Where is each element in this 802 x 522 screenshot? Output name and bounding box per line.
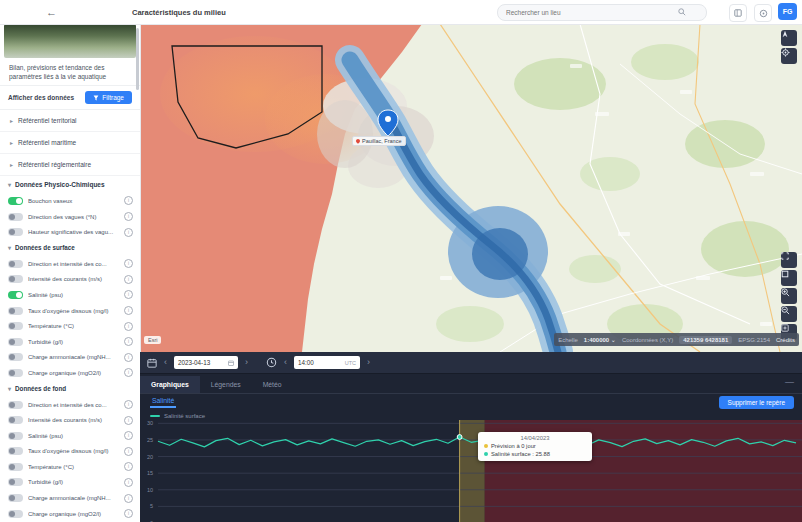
info-icon[interactable]: i: [124, 259, 133, 268]
search-input[interactable]: [504, 8, 678, 17]
tab-meteo[interactable]: Météo: [252, 376, 293, 393]
layer-toggle[interactable]: [8, 463, 23, 471]
time-input[interactable]: 14:00 UTC: [294, 356, 360, 369]
chevron-right-icon: ▸: [10, 117, 13, 124]
sidebar-section-collapsed[interactable]: ▸Référentiel maritime: [0, 132, 140, 154]
info-icon[interactable]: i: [124, 509, 133, 518]
layer-toggle[interactable]: [8, 291, 23, 299]
layer-toggle[interactable]: [8, 260, 23, 268]
tooltip-series-dot: [484, 444, 488, 448]
tab-graphiques[interactable]: Graphiques: [140, 376, 200, 393]
filter-button[interactable]: Filtrage: [85, 91, 132, 104]
coords-value: 421359 6428181: [679, 336, 732, 344]
layer-label: Charge ammoniacale (mgNH...: [28, 354, 119, 360]
layer-label: Turbidité (g/l): [28, 339, 119, 345]
layer-toggle[interactable]: [8, 213, 23, 221]
geolocate-icon[interactable]: [781, 48, 797, 64]
filter-icon: [93, 95, 99, 101]
layer-toggle[interactable]: [8, 275, 23, 283]
info-icon[interactable]: i: [124, 322, 133, 331]
layer-toggle[interactable]: [8, 197, 23, 205]
avatar[interactable]: FG: [778, 3, 797, 20]
calendar-icon: [147, 358, 157, 368]
layer-toggle[interactable]: [8, 478, 23, 486]
tab-legendes[interactable]: Légendes: [200, 376, 252, 393]
info-icon[interactable]: i: [124, 368, 133, 377]
help-icon[interactable]: [754, 4, 772, 22]
credits-link[interactable]: Crédits: [776, 337, 795, 343]
prev-hour-button[interactable]: ‹: [282, 358, 289, 367]
sidebar-section-collapsed[interactable]: ▸Référentiel réglementaire: [0, 154, 140, 176]
prev-day-button[interactable]: ‹: [162, 358, 169, 367]
tooltip-date: 14/04/2023: [484, 435, 586, 441]
date-input[interactable]: 2023-04-13: [174, 356, 238, 369]
panel-toggle-icon[interactable]: [729, 4, 747, 22]
info-icon[interactable]: i: [124, 228, 133, 237]
layer-toggle[interactable]: [8, 447, 23, 455]
salinity-chart[interactable]: 302520151050: [140, 420, 802, 522]
sidebar-subgroup-header[interactable]: ▾Données de surface: [0, 240, 140, 256]
info-icon[interactable]: i: [124, 212, 133, 221]
layer-toggle[interactable]: [8, 416, 23, 424]
layer-row: Salinité (psu)i: [0, 428, 140, 444]
next-day-button[interactable]: ›: [243, 358, 250, 367]
layer-toggle[interactable]: [8, 338, 23, 346]
info-icon[interactable]: i: [124, 478, 133, 487]
zoom-in-icon[interactable]: [781, 288, 797, 304]
info-icon[interactable]: i: [124, 462, 133, 471]
sidebar-scrollbar[interactable]: [136, 28, 139, 90]
layer-label: Intensité des courants (m/s): [28, 276, 119, 282]
map-canvas[interactable]: Pauillac, France Esri Echelle 1:400000 ⌄: [140, 24, 802, 352]
layer-row: Température (°C)i: [0, 318, 140, 334]
fullscreen-icon[interactable]: [781, 252, 797, 268]
compass-icon[interactable]: [781, 30, 797, 46]
info-icon[interactable]: i: [124, 353, 133, 362]
chart-legend[interactable]: Salinité surface: [150, 413, 205, 419]
info-icon[interactable]: i: [124, 494, 133, 503]
search-box[interactable]: [497, 4, 707, 21]
layer-toggle[interactable]: [8, 353, 23, 361]
legend-line-swatch: [150, 415, 160, 417]
layer-label: Salinité (psu): [28, 292, 119, 298]
scale-select[interactable]: 1:400000 ⌄: [584, 336, 616, 343]
context-description: Bilan, prévisions et tendance des paramè…: [0, 58, 140, 86]
svg-text:10: 10: [147, 487, 153, 493]
info-icon[interactable]: i: [124, 306, 133, 315]
layer-toggle[interactable]: [8, 307, 23, 315]
layer-toggle[interactable]: [8, 228, 23, 236]
sidebar-section-collapsed[interactable]: ▸Référentiel territorial: [0, 110, 140, 132]
layer-toggle[interactable]: [8, 369, 23, 377]
layer-toggle[interactable]: [8, 401, 23, 409]
chevron-right-icon: ▸: [10, 139, 13, 146]
next-hour-button[interactable]: ›: [365, 358, 372, 367]
info-icon[interactable]: i: [124, 196, 133, 205]
layer-list: ▸Référentiel territorial▸Référentiel mar…: [0, 110, 140, 522]
sidebar-group-header[interactable]: ▾Données Physico-Chimiques: [0, 176, 140, 193]
map-attribution[interactable]: Esri: [144, 336, 161, 344]
info-icon[interactable]: i: [124, 416, 133, 425]
layer-toggle[interactable]: [8, 494, 23, 502]
layer-label: Bouchon vaseux: [28, 198, 119, 204]
chevron-down-icon[interactable]: ⌄: [216, 8, 223, 17]
layer-row: Taux d'oxygène dissous (mg/l)i: [0, 444, 140, 460]
info-icon[interactable]: i: [124, 290, 133, 299]
sidebar-subgroup-header[interactable]: ▾Données de fond: [0, 381, 140, 397]
layer-toggle[interactable]: [8, 432, 23, 440]
layer-toggle[interactable]: [8, 510, 23, 518]
info-icon[interactable]: i: [124, 337, 133, 346]
info-icon[interactable]: i: [124, 447, 133, 456]
back-icon[interactable]: ←: [46, 6, 57, 18]
layer-row: Direction et intensité des co...i: [0, 397, 140, 413]
collapse-panel-icon[interactable]: —: [785, 377, 794, 387]
layer-toggle[interactable]: [8, 322, 23, 330]
extent-icon[interactable]: [781, 270, 797, 286]
layer-label: Température (°C): [28, 464, 119, 470]
info-icon[interactable]: i: [124, 431, 133, 440]
zoom-out-icon[interactable]: [781, 306, 797, 322]
delete-marker-button[interactable]: Supprimer le repère: [719, 396, 794, 409]
map-status-bar: Echelle 1:400000 ⌄ Coordonnées (X,Y) 421…: [554, 333, 799, 346]
layer-label: Direction et intensité des co...: [28, 261, 119, 267]
info-icon[interactable]: i: [124, 275, 133, 284]
info-icon[interactable]: i: [124, 400, 133, 409]
subtab-salinite[interactable]: Salinité: [150, 397, 176, 408]
